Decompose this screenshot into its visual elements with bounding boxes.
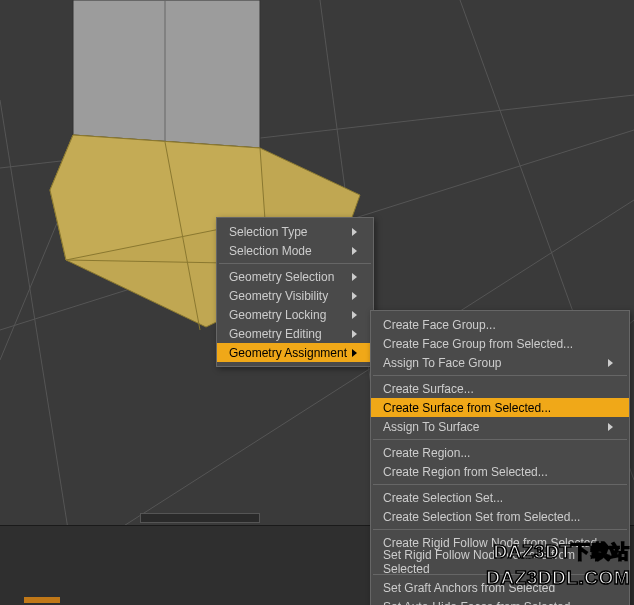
menu-item-label: Selection Mode [229, 244, 312, 258]
menu-item-label: Create Surface from Selected... [383, 401, 551, 415]
submenu-arrow-icon [352, 247, 357, 255]
submenu-arrow-icon [352, 273, 357, 281]
submenu-arrow-icon [352, 292, 357, 300]
submenu-arrow-icon [608, 423, 613, 431]
watermark-line-2: DAZ3DDL.COM [486, 567, 630, 589]
menu-item-label: Create Selection Set... [383, 491, 503, 505]
status-indicator [24, 597, 60, 603]
submenu-arrow-icon [352, 330, 357, 338]
menu-separator [373, 484, 627, 485]
assignment-menu-item-4[interactable]: Create Surface... [371, 379, 629, 398]
main-menu-item-4[interactable]: Geometry Visibility [217, 286, 373, 305]
menu-item-label: Set Auto-Hide Faces from Selected [383, 600, 570, 606]
menu-item-label: Geometry Visibility [229, 289, 328, 303]
main-menu-item-7[interactable]: Geometry Assignment [217, 343, 373, 362]
main-menu-item-3[interactable]: Geometry Selection [217, 267, 373, 286]
assignment-menu-item-2[interactable]: Assign To Face Group [371, 353, 629, 372]
menu-separator [373, 529, 627, 530]
menu-item-label: Geometry Editing [229, 327, 322, 341]
menu-separator [373, 439, 627, 440]
submenu-arrow-icon [352, 349, 357, 357]
watermark: DAZ3DT下载站 DAZ3DDL.COM [486, 539, 630, 589]
main-menu-item-0[interactable]: Selection Type [217, 222, 373, 241]
assignment-menu-item-5[interactable]: Create Surface from Selected... [371, 398, 629, 417]
assignment-menu-item-18[interactable]: Set Auto-Hide Faces from Selected [371, 597, 629, 605]
menu-item-label: Geometry Assignment [229, 346, 347, 360]
submenu-arrow-icon [608, 359, 613, 367]
menu-item-label: Assign To Surface [383, 420, 480, 434]
watermark-line-1: DAZ3DT下载站 [486, 539, 630, 565]
assignment-menu-item-9[interactable]: Create Region from Selected... [371, 462, 629, 481]
assignment-menu-item-11[interactable]: Create Selection Set... [371, 488, 629, 507]
svg-marker-8 [73, 0, 260, 148]
menu-item-label: Create Face Group... [383, 318, 496, 332]
menu-item-label: Selection Type [229, 225, 308, 239]
timeline-scrubber[interactable] [140, 513, 260, 523]
submenu-arrow-icon [352, 311, 357, 319]
assignment-menu-item-12[interactable]: Create Selection Set from Selected... [371, 507, 629, 526]
menu-item-label: Create Selection Set from Selected... [383, 510, 580, 524]
assignment-menu-item-0[interactable]: Create Face Group... [371, 315, 629, 334]
menu-item-label: Geometry Locking [229, 308, 326, 322]
menu-item-label: Create Face Group from Selected... [383, 337, 573, 351]
main-menu-item-5[interactable]: Geometry Locking [217, 305, 373, 324]
menu-item-label: Create Region from Selected... [383, 465, 548, 479]
context-menu-main[interactable]: Selection TypeSelection ModeGeometry Sel… [216, 217, 374, 367]
submenu-arrow-icon [352, 228, 357, 236]
menu-item-label: Create Surface... [383, 382, 474, 396]
assignment-menu-item-1[interactable]: Create Face Group from Selected... [371, 334, 629, 353]
assignment-menu-item-8[interactable]: Create Region... [371, 443, 629, 462]
menu-item-label: Create Region... [383, 446, 470, 460]
main-menu-item-1[interactable]: Selection Mode [217, 241, 373, 260]
main-menu-item-6[interactable]: Geometry Editing [217, 324, 373, 343]
menu-separator [219, 263, 371, 264]
menu-item-label: Assign To Face Group [383, 356, 502, 370]
menu-item-label: Geometry Selection [229, 270, 334, 284]
menu-separator [373, 375, 627, 376]
assignment-menu-item-6[interactable]: Assign To Surface [371, 417, 629, 436]
